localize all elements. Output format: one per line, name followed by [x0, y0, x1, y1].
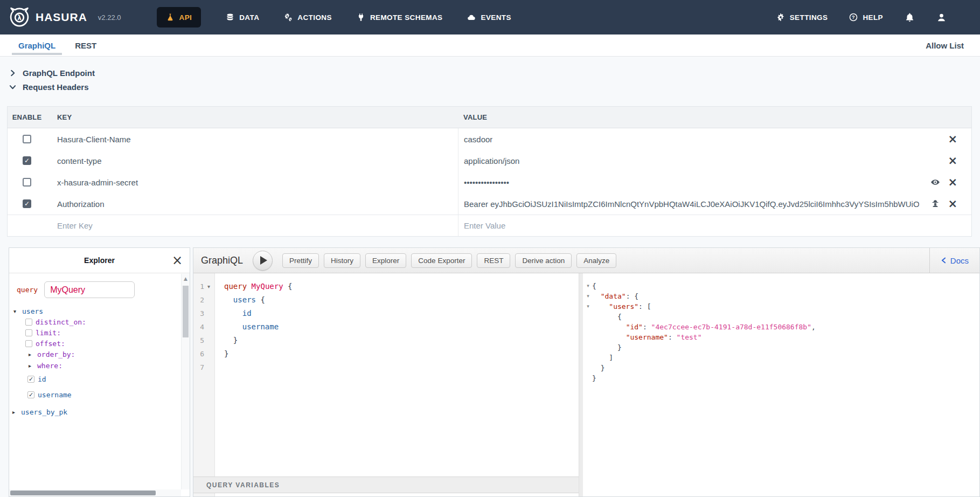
tree-item-order-by-[interactable]: ▸order_by: — [9, 349, 181, 360]
header-row: ✓content-typeapplication/json× — [8, 150, 971, 171]
tree-item-users[interactable]: ▾users — [9, 306, 181, 316]
close-icon[interactable]: × — [172, 254, 183, 267]
tab-list: GraphiQLREST — [16, 34, 114, 56]
remove-header-button[interactable]: × — [948, 134, 957, 145]
allow-list-link[interactable]: Allow List — [926, 41, 964, 50]
query-variables-bar[interactable]: QUERY VARIABLES — [193, 477, 579, 493]
field-checkbox[interactable]: ✓ — [27, 376, 34, 383]
database-icon — [226, 13, 234, 22]
execute-query-button[interactable] — [253, 251, 273, 271]
fold-icon[interactable]: ▾ — [204, 280, 213, 293]
fold-icon — [204, 347, 213, 361]
rest-button[interactable]: REST — [477, 253, 510, 268]
prettify-button[interactable]: Prettify — [282, 253, 319, 268]
arg-checkbox[interactable] — [25, 340, 32, 347]
response-line: ] — [584, 353, 979, 363]
header-enable-checkbox[interactable]: ✓ — [23, 199, 31, 208]
nav-item-remote-schemas[interactable]: REMOTE SCHEMAS — [357, 13, 443, 22]
header-enable-checkbox[interactable]: ✓ — [23, 156, 31, 165]
query-name-input[interactable] — [44, 281, 135, 298]
new-header-value-input[interactable] — [464, 221, 946, 230]
tree-item-where-[interactable]: ▸where: — [9, 360, 181, 371]
header-enable-checkbox[interactable] — [23, 135, 31, 143]
hasura-brand[interactable]: λ HASURA v2.22.0 — [9, 6, 121, 28]
remove-header-button[interactable]: × — [948, 198, 957, 210]
nav-item-actions[interactable]: ACTIONS — [284, 13, 332, 22]
bell-icon[interactable] — [905, 12, 915, 23]
tree-item-distinct-on-[interactable]: distinct_on: — [9, 316, 181, 327]
docs-link[interactable]: Docs — [930, 256, 979, 265]
tree-item-limit-[interactable]: limit: — [9, 327, 181, 338]
gear-icon — [776, 13, 785, 22]
eye-icon[interactable] — [930, 177, 940, 187]
analyze-button[interactable]: Analyze — [576, 253, 616, 268]
header-key-cell[interactable]: content-type — [46, 156, 458, 165]
sections: GraphQL Endpoint Request Headers — [9, 66, 95, 94]
graphql-endpoint-section[interactable]: GraphQL Endpoint — [9, 66, 95, 80]
nav-item-events[interactable]: EVENTS — [467, 13, 511, 22]
fold-icon — [584, 353, 592, 363]
header-enable-checkbox[interactable] — [23, 178, 31, 187]
response-pane: ▾{▾ "data": {▾ "users": [ { "id": "4ec7c… — [579, 273, 979, 496]
nav-item-settings[interactable]: SETTINGS — [776, 13, 828, 22]
tree-item-username[interactable]: ✓username — [9, 387, 181, 403]
tree-item-id[interactable]: ✓id — [9, 371, 181, 387]
arg-checkbox[interactable] — [25, 319, 32, 326]
user-icon[interactable] — [936, 12, 947, 23]
fold-icon[interactable]: ▾ — [584, 301, 592, 312]
scroll-up-icon[interactable]: ▲ — [182, 274, 190, 281]
explorer-button[interactable]: Explorer — [365, 253, 406, 268]
fold-icon[interactable]: ▾ — [584, 291, 592, 301]
header-value-cell[interactable]: ••••••••••••••••× — [458, 171, 971, 193]
response-gutter — [579, 273, 583, 496]
header-value-cell[interactable]: Bearer eyJhbGciOiJSUzI1NiIsImtpZCI6ImNlc… — [458, 193, 971, 215]
query-keyword-label: query — [17, 286, 38, 294]
svg-text:λ: λ — [17, 14, 22, 22]
header-key-cell[interactable]: x-hasura-admin-secret — [46, 178, 458, 187]
query-editor[interactable]: 1▾234567 query MyQuery { users { id user… — [193, 273, 579, 496]
question-icon: ? — [849, 13, 858, 22]
header-key-cell[interactable]: Hasura-Client-Name — [46, 135, 458, 144]
field-checkbox[interactable]: ✓ — [27, 391, 34, 398]
scrollbar-thumb[interactable] — [10, 491, 156, 495]
code-line: } — [224, 334, 579, 347]
tree-item-users-by-pk[interactable]: ▸users_by_pk — [9, 406, 181, 417]
section-label: GraphQL Endpoint — [23, 68, 95, 78]
column-value: VALUE — [458, 107, 971, 128]
nav-item-api[interactable]: API — [157, 7, 201, 27]
spy-icon[interactable] — [930, 199, 940, 209]
remove-header-button[interactable]: × — [948, 155, 957, 167]
remove-header-button[interactable]: × — [948, 177, 957, 188]
query-name-row: query — [17, 281, 181, 298]
query-code[interactable]: query MyQuery { users { id username }} — [224, 280, 579, 374]
request-headers-section[interactable]: Request Headers — [9, 80, 95, 94]
fold-icon[interactable]: ▾ — [584, 281, 592, 291]
new-header-row — [8, 215, 971, 236]
tab-graphiql[interactable]: GraphiQL — [16, 34, 58, 56]
code-line — [224, 361, 579, 374]
fold-icon — [584, 342, 592, 353]
scrollbar-thumb[interactable] — [183, 286, 189, 337]
nav-item-help[interactable]: ?HELP — [849, 13, 883, 22]
explorer-horizontal-scrollbar[interactable] — [9, 489, 181, 496]
history-button[interactable]: History — [324, 253, 360, 268]
response-line: } — [584, 342, 979, 353]
svg-text:?: ? — [852, 15, 855, 20]
nav-item-data[interactable]: DATA — [226, 13, 259, 22]
response-line: ▾ "users": [ — [584, 301, 979, 312]
header-value-cell[interactable]: application/json× — [458, 150, 971, 171]
new-header-key-input[interactable] — [57, 221, 438, 230]
header-value-cell[interactable]: casdoor× — [458, 128, 971, 150]
response-line: "id": "4ec7ccee-ec7b-4191-a78d-e11f50686… — [584, 322, 979, 332]
triangle-right-icon: ▸ — [29, 351, 34, 357]
tab-rest[interactable]: REST — [73, 34, 99, 56]
column-enable: ENABLE — [8, 113, 46, 121]
code-exporter-button[interactable]: Code Exporter — [411, 253, 472, 268]
arg-checkbox[interactable] — [25, 329, 32, 336]
explorer-vertical-scrollbar[interactable]: ▲ — [181, 274, 190, 489]
fold-icon — [584, 312, 592, 322]
table-body: Hasura-Client-Namecasdoor×✓content-typea… — [8, 128, 971, 215]
header-key-cell[interactable]: Authorization — [46, 199, 458, 209]
tree-item-offset-[interactable]: offset: — [9, 338, 181, 349]
derive-action-button[interactable]: Derive action — [515, 253, 572, 268]
